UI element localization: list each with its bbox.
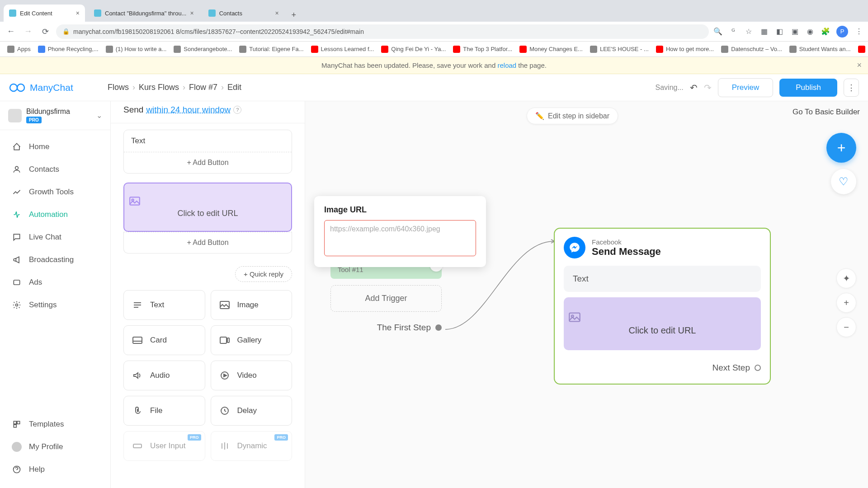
url-input[interactable]: 🔒 manychat.com/fb198150208192061 8/cms/f…	[56, 24, 709, 39]
bookmark-item[interactable]: (1) How to write a...	[103, 44, 170, 55]
undo-button[interactable]: ↶	[690, 82, 698, 93]
close-icon[interactable]: ×	[190, 9, 193, 17]
add-trigger-button[interactable]: Add Trigger	[330, 285, 442, 312]
sidebar-item-livechat[interactable]: Live Chat	[0, 226, 110, 249]
reload-button[interactable]: ⟳	[39, 25, 52, 38]
tile-audio[interactable]: Audio	[123, 361, 205, 390]
bookmark-item[interactable]: Sonderangebote...	[171, 44, 235, 55]
tile-dynamic[interactable]: PRODynamic	[211, 431, 292, 461]
templates-icon	[12, 419, 22, 429]
svg-point-0	[10, 84, 17, 91]
browser-tabs-row: Edit Content × Contact "Bildungsfirma" t…	[0, 0, 868, 22]
edit-step-sidebar-button[interactable]: ✏️ Edit step in sidebar	[527, 108, 618, 124]
goto-basic-link[interactable]: Go To Basic Builder	[793, 108, 860, 117]
bookmark-item[interactable]: LEE'S HOUSE - ...	[587, 44, 651, 55]
image-icon	[568, 312, 756, 323]
extension-icon[interactable]: ◧	[775, 27, 784, 36]
tile-gallery[interactable]: Gallery	[211, 325, 292, 355]
publish-button[interactable]: Publish	[779, 79, 837, 97]
text-block[interactable]: Text + Add Button	[123, 130, 292, 174]
zoom-in-button[interactable]: +	[836, 293, 856, 313]
image-url-input[interactable]	[324, 220, 476, 256]
sidebar-item-growth[interactable]: Growth Tools	[0, 181, 110, 203]
tile-delay[interactable]: Delay	[211, 396, 292, 426]
tile-file[interactable]: File	[123, 396, 205, 426]
tile-video[interactable]: Video	[211, 361, 292, 390]
magic-button[interactable]: ✦	[836, 268, 856, 288]
sidebar-item-contacts[interactable]: Contacts	[0, 158, 110, 181]
bookmark-item[interactable]: Lessons Learned f...	[308, 44, 377, 55]
flow-canvas[interactable]: ✏️ Edit step in sidebar Go To Basic Buil…	[305, 101, 868, 488]
favorite-fab[interactable]: ♡	[831, 169, 856, 194]
sidebar-item-label: Templates	[29, 420, 64, 429]
svg-rect-17	[220, 337, 226, 343]
avatar-icon	[12, 442, 22, 452]
close-icon[interactable]: ×	[275, 9, 278, 17]
back-button[interactable]: ←	[5, 25, 17, 38]
redo-button[interactable]: ↷	[704, 82, 712, 93]
breadcrumb-item[interactable]: Flows	[108, 83, 129, 92]
sidebar-item-label: Contacts	[29, 165, 59, 174]
reload-link[interactable]: reload	[497, 61, 516, 69]
sidebar-item-profile[interactable]: My Profile	[0, 436, 110, 458]
node-text-block[interactable]: Text	[564, 266, 761, 292]
quick-reply-button[interactable]: + Quick reply	[235, 266, 292, 282]
zoom-out-button[interactable]: −	[836, 317, 856, 337]
sidebar-item-automation[interactable]: Automation	[0, 203, 110, 226]
bookmark-item[interactable]: The Top 3 Platfor...	[450, 44, 515, 55]
profile-avatar[interactable]: P	[836, 26, 848, 38]
connection-out-dot[interactable]	[435, 324, 442, 331]
search-icon[interactable]: 🔍	[713, 27, 722, 36]
extension-icon[interactable]: ▣	[790, 27, 799, 36]
bookmark-item[interactable]: Phone Recycling,...	[35, 44, 101, 55]
more-button[interactable]: ⋮	[844, 79, 859, 97]
bookmark-item[interactable]: Qing Fei De Yi - Ya...	[378, 44, 448, 55]
image-block[interactable]: Click to edit URL	[123, 183, 292, 232]
browser-tab[interactable]: Contact "Bildungsfirma" throu... ×	[89, 5, 199, 22]
bookmark-item[interactable]: Datenschutz – Vo...	[718, 44, 785, 55]
add-button[interactable]: + Add Button	[124, 152, 292, 173]
node-image-block[interactable]: Click to edit URL	[564, 297, 761, 350]
svg-rect-5	[14, 421, 16, 424]
bookmark-item[interactable]: How to get more...	[653, 44, 717, 55]
sidebar-item-home[interactable]: Home	[0, 136, 110, 158]
close-icon[interactable]: ×	[76, 9, 80, 17]
tile-text[interactable]: Text	[123, 290, 205, 320]
star-icon[interactable]: ☆	[744, 27, 753, 36]
forward-button[interactable]: →	[22, 25, 34, 38]
bookmark-item[interactable]: (2) How To Add A...	[855, 44, 868, 55]
close-icon[interactable]: ×	[857, 61, 862, 70]
bookmark-item[interactable]: Student Wants an...	[787, 44, 854, 55]
send-message-node[interactable]: Facebook Send Message Text Click to edit…	[554, 228, 771, 385]
account-selector[interactable]: Bildungsfirma PRO ⌄	[0, 101, 110, 130]
extensions-icon[interactable]: 🧩	[821, 27, 830, 36]
add-button[interactable]: + Add Button	[123, 232, 292, 253]
sidebar-item-ads[interactable]: Ads	[0, 271, 110, 294]
help-icon[interactable]: ?	[233, 106, 241, 114]
sidebar-item-help[interactable]: Help	[0, 458, 110, 481]
sidebar-item-settings[interactable]: Settings	[0, 294, 110, 316]
tile-image[interactable]: Image	[211, 290, 292, 320]
new-tab-button[interactable]: +	[287, 8, 301, 22]
image-block-wrapper: Click to edit URL + Add Button	[123, 183, 292, 253]
breadcrumb-item[interactable]: Flow #7	[189, 83, 217, 92]
bookmark-item[interactable]: Money Changes E...	[517, 44, 585, 55]
apps-button[interactable]: Apps	[5, 44, 33, 55]
send-window-link[interactable]: within 24 hour window	[146, 105, 231, 115]
sidebar-item-templates[interactable]: Templates	[0, 413, 110, 436]
tile-card[interactable]: Card	[123, 325, 205, 355]
preview-button[interactable]: Preview	[718, 78, 773, 97]
extension-icon[interactable]: ▦	[760, 27, 769, 36]
connection-out-dot[interactable]	[755, 365, 761, 371]
menu-icon[interactable]: ⋮	[854, 27, 863, 36]
bookmark-item[interactable]: Tutorial: Eigene Fa...	[236, 44, 306, 55]
logo[interactable]: ManyChat	[9, 80, 108, 96]
add-step-fab[interactable]: +	[826, 133, 856, 163]
browser-tab-active[interactable]: Edit Content ×	[4, 5, 85, 22]
sidebar-item-broadcasting[interactable]: Broadcasting	[0, 249, 110, 271]
extension-icon[interactable]: ◉	[806, 27, 815, 36]
translate-icon[interactable]: ᴳ	[729, 27, 738, 36]
breadcrumb-item[interactable]: Kurs Flows	[139, 83, 179, 92]
browser-tab[interactable]: Contacts ×	[203, 5, 284, 22]
tile-user-input[interactable]: PROUser Input	[123, 431, 205, 461]
